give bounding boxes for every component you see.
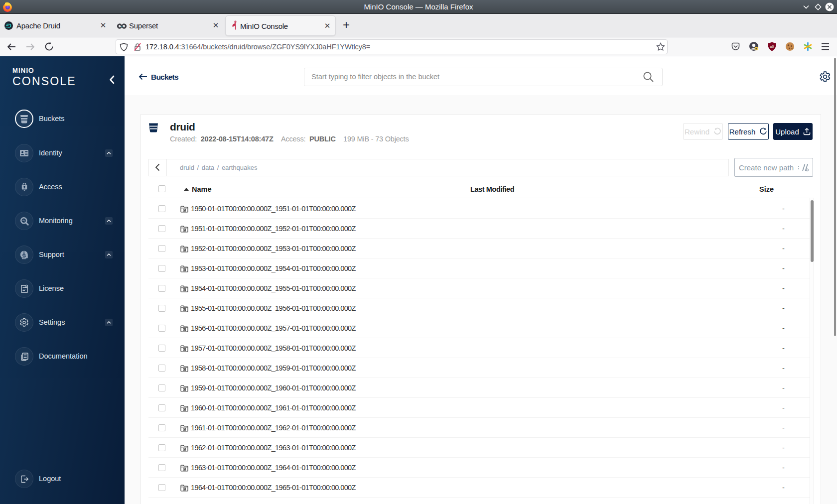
svg-text:u0: u0 [770, 45, 774, 48]
